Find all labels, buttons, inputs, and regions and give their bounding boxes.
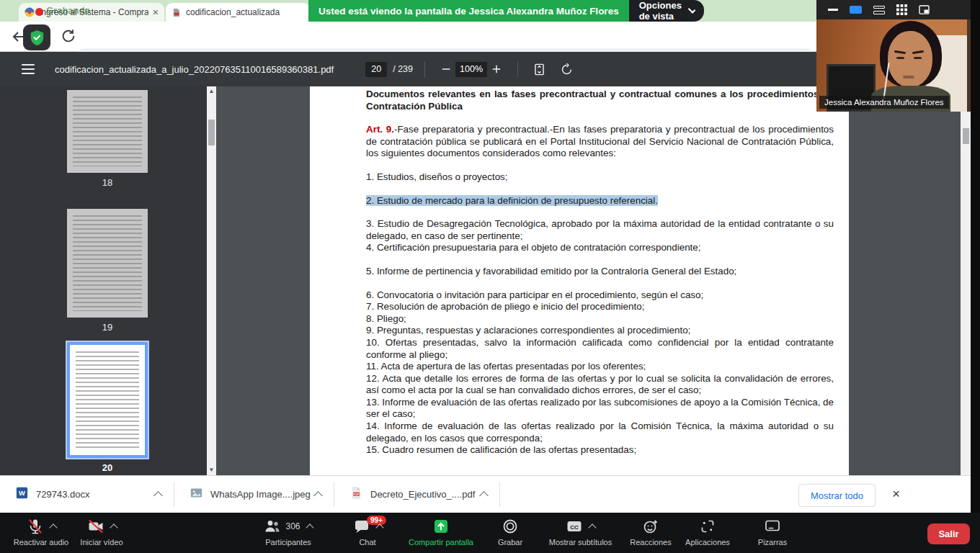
share-screen-button[interactable]: Compartir pantalla xyxy=(398,517,484,547)
thumbnail-sidebar: 181920 ▲ ▼ xyxy=(0,86,216,475)
thumbnail-page-number: 19 xyxy=(67,322,148,333)
document-paragraph: 5. Informe de pertinencia y favorabilida… xyxy=(366,266,834,278)
sidebar-scrollbar[interactable]: ▲ ▼ xyxy=(207,86,216,475)
tab-close-icon[interactable]: × xyxy=(153,7,159,17)
webcam-panel: Jessica Alexandra Muñoz Flores xyxy=(816,0,971,112)
apps-button[interactable]: Aplicaciones xyxy=(677,517,738,547)
document-paragraph: 15. Cuadro resumen de calificación de la… xyxy=(366,444,834,457)
document-paragraph: 8. Pliego; xyxy=(366,313,834,325)
tab-codificacion-pdf[interactable]: codificacion_actualizada xyxy=(166,3,310,22)
word-file-icon: W xyxy=(16,487,28,502)
pdf-content-area: 181920 ▲ ▼ Documentos relevantes en las … xyxy=(0,86,971,475)
thumbnail-page-number: 20 xyxy=(67,462,148,473)
apps-icon xyxy=(699,518,716,535)
pdf-title: codificacion_actualizada_a_julio_2022076… xyxy=(55,64,334,75)
zoom-in-icon[interactable] xyxy=(487,60,506,78)
menu-icon[interactable] xyxy=(22,64,35,74)
pip-corner-icon[interactable] xyxy=(919,5,930,14)
document-paragraph: 10. Ofertas presentadas, salvo la inform… xyxy=(366,337,834,361)
scroll-down-icon[interactable]: ▼ xyxy=(207,465,216,475)
document-paragraph: 3. Estudio de Desagregación Tecnológica,… xyxy=(366,218,834,242)
fit-page-icon[interactable] xyxy=(530,60,548,78)
main-scrollbar[interactable] xyxy=(961,86,971,475)
chevron-up-icon[interactable] xyxy=(479,491,489,500)
toolbar-button-label: Chat xyxy=(359,538,375,547)
unmute-audio-button[interactable]: Reactivar audio xyxy=(4,517,79,547)
zoom-out-icon[interactable] xyxy=(437,60,455,78)
toolbar-button-label: Reactivar audio xyxy=(14,538,68,547)
download-item[interactable]: W729743.docx xyxy=(0,476,174,513)
tab-title: codificacion_actualizada xyxy=(186,7,300,17)
download-item[interactable]: PDFDecreto_Ejecutivo_....pdf xyxy=(334,476,500,513)
start-video-button[interactable]: Iniciar vídeo xyxy=(71,517,133,547)
screen-share-banner: Usted está viendo la pantalla de Jessica… xyxy=(308,0,685,22)
document-paragraph: 4. Certificación presupuestaria para el … xyxy=(366,242,834,254)
chevron-up-icon[interactable] xyxy=(313,491,323,500)
speaker-view-icon[interactable] xyxy=(873,6,885,14)
record-button[interactable]: Grabar xyxy=(489,517,532,547)
chevron-up-icon[interactable] xyxy=(588,523,596,531)
article-number: Art. 9. xyxy=(366,124,394,135)
chevron-up-icon[interactable] xyxy=(49,523,57,531)
reactions-button[interactable]: Reacciones xyxy=(624,517,677,547)
chevron-down-icon xyxy=(688,6,696,14)
document-paragraph: Art. 9.-Fase preparatoria y precontractu… xyxy=(366,124,834,160)
letterbox-strip xyxy=(971,0,980,513)
page-thumbnail-19[interactable]: 19 xyxy=(67,209,148,333)
thumbnail-page-number: 18 xyxy=(67,177,148,188)
toolbar-button-label: Participantes xyxy=(265,538,311,547)
chat-button[interactable]: 99+Chat xyxy=(339,517,396,547)
captions-button[interactable]: CCMostrar subtítulos xyxy=(539,517,622,547)
show-all-button[interactable]: Mostrar todo xyxy=(798,484,876,507)
leave-meeting-button[interactable]: Salir xyxy=(927,523,970,544)
participant-name-tag: Jessica Alexandra Muñoz Flores xyxy=(819,96,949,109)
download-item[interactable]: WhatsApp Image....jpeg xyxy=(174,476,334,513)
screen-share-banner-text: Usted está viendo la pantalla de Jessica… xyxy=(308,0,629,22)
active-speaker-view-icon[interactable] xyxy=(850,6,862,14)
document-paragraph: 9. Preguntas, respuestas y aclaraciones … xyxy=(366,325,834,337)
chevron-up-icon[interactable] xyxy=(110,523,117,531)
rotate-icon[interactable] xyxy=(557,60,576,78)
whiteboard-button[interactable]: Pizarras xyxy=(748,517,797,547)
record-icon xyxy=(502,518,519,535)
participants-button[interactable]: 306Participantes xyxy=(245,517,331,547)
toolbar-button-label: Pizarras xyxy=(758,538,787,547)
view-options-button[interactable]: Opciones de vista xyxy=(629,0,704,22)
document-paragraph: 7. Resolución de aprobación de pliego e … xyxy=(366,301,834,313)
zoom-meeting-screen: Ingreso al Sistema - Compras Púb × codif… xyxy=(0,0,980,553)
toolbar-button-label: Iniciar vídeo xyxy=(80,538,122,547)
share-screen-icon xyxy=(432,518,450,535)
document-paragraph-highlighted: 2. Estudio de mercado para la definición… xyxy=(366,195,834,207)
recording-indicator-label: Grabando xyxy=(46,5,90,16)
recording-dot-icon xyxy=(35,8,43,16)
minimize-icon[interactable] xyxy=(828,9,838,11)
close-icon[interactable]: × xyxy=(892,485,900,503)
downloads-bar: W729743.docxWhatsApp Image....jpegPDFDec… xyxy=(0,475,971,513)
page-total-label: / 239 xyxy=(393,64,413,74)
chevron-up-icon[interactable] xyxy=(306,523,313,531)
document-paragraph: 13. Informe de evaluación de las ofertas… xyxy=(366,397,834,421)
svg-text:CC: CC xyxy=(570,524,579,531)
toolbar-button-label: Aplicaciones xyxy=(685,538,730,547)
chevron-up-icon[interactable] xyxy=(153,491,163,500)
document-text: Documentos relevantes en las fases preco… xyxy=(366,89,834,457)
toolbar-button-label: Compartir pantalla xyxy=(409,538,473,547)
participants-icon xyxy=(264,518,281,535)
pdf-page: Documentos relevantes en las fases preco… xyxy=(310,86,849,475)
zoom-level-input[interactable]: 100% xyxy=(455,62,487,77)
toolbar-button-label: Reacciones xyxy=(630,538,671,547)
reactions-icon xyxy=(642,518,659,535)
mic-muted-icon xyxy=(27,518,44,535)
page-number-input[interactable]: 20 xyxy=(365,62,387,77)
document-paragraph: 12. Acta que detalle los errores de form… xyxy=(366,373,834,397)
video-muted-icon xyxy=(87,518,104,535)
shield-check-icon xyxy=(23,24,50,50)
scroll-up-icon[interactable]: ▲ xyxy=(207,86,216,96)
gallery-view-icon[interactable] xyxy=(896,4,907,15)
video-panel-controls xyxy=(816,0,971,19)
reload-icon[interactable] xyxy=(61,28,78,45)
page-thumbnail-18[interactable]: 18 xyxy=(67,90,148,188)
pdf-favicon xyxy=(172,7,182,17)
document-paragraph: 6. Convocatoria o invitación para partic… xyxy=(366,289,834,302)
page-thumbnail-20[interactable]: 20 xyxy=(67,342,148,473)
